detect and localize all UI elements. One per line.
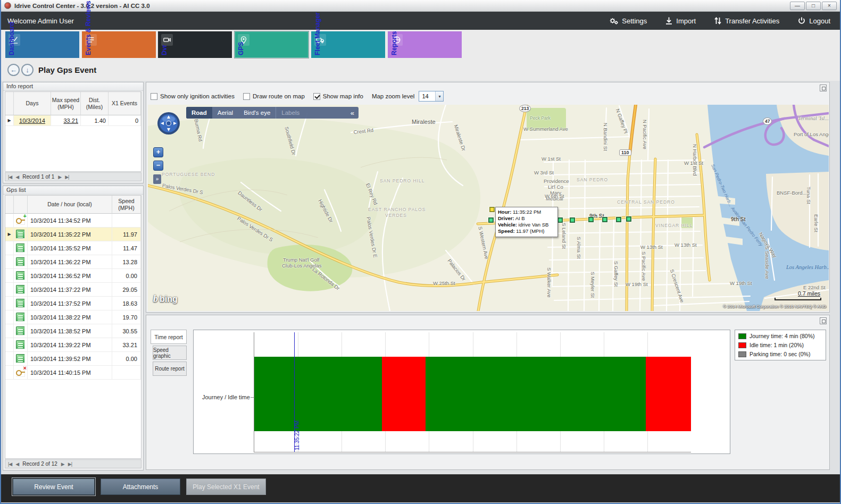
next-record-button[interactable]: ▶ — [58, 174, 61, 180]
map-style-road[interactable]: Road — [186, 107, 212, 119]
prev-record-button[interactable]: ◀ — [15, 174, 19, 180]
column-header-dist[interactable]: Dist. (Miles) — [81, 92, 109, 115]
tab-fleet-manager[interactable]: Fleet Manager — [311, 31, 385, 58]
max-speed-value[interactable]: 33.21 — [51, 115, 81, 126]
map-label: Port of Los Angel... — [794, 131, 829, 137]
days-link[interactable]: 10/3/2014 — [14, 115, 51, 126]
logout-button[interactable]: Logout — [797, 16, 830, 25]
download-button[interactable]: ↓ — [21, 64, 34, 76]
prev-record-button[interactable]: ◀ — [15, 461, 19, 467]
panel-collapse-button[interactable] — [820, 85, 827, 91]
gps-marker[interactable] — [557, 217, 563, 223]
tab-speed-graphic[interactable]: Speed graphic — [153, 346, 187, 360]
panel-collapse-button[interactable] — [820, 317, 827, 324]
close-button[interactable]: × — [822, 2, 837, 10]
map-pan-compass[interactable] — [156, 111, 181, 138]
play-selected-x1-event-button[interactable]: Play Selected X1 Event — [186, 478, 266, 495]
gps-marker[interactable] — [626, 216, 631, 222]
tab-time-report[interactable]: Time report — [151, 330, 187, 344]
gps-list-row[interactable]: 10/3/2014 11:36:22 PM13.28 — [5, 255, 141, 269]
gps-marker[interactable] — [588, 217, 594, 222]
zoom-in-button[interactable]: + — [153, 147, 163, 157]
minimize-button[interactable]: — — [790, 2, 805, 10]
bing-map[interactable]: MiralestePeck ParkW Summerland AveCrest … — [148, 105, 829, 311]
footer-bar: Review Event Attachments Play Selected X… — [1, 474, 840, 502]
selected-gps-marker[interactable] — [489, 207, 495, 212]
tab-label: Reports — [390, 31, 398, 55]
gps-marker[interactable] — [570, 217, 575, 223]
map-style-birdseye[interactable]: Bird's eye — [238, 107, 276, 119]
map-canvas[interactable] — [148, 105, 829, 311]
info-report-row[interactable]: ▶ 10/3/2014 33.21 1.40 0 — [5, 115, 141, 126]
back-button[interactable]: ← — [7, 64, 20, 76]
show-ignition-checkbox[interactable]: Show only ignition activities — [151, 93, 235, 100]
tab-gps[interactable]: GPS — [235, 31, 309, 58]
column-header-date[interactable]: Date / hour (local) — [28, 196, 112, 214]
gps-list-row[interactable]: 10/3/2014 11:39:22 PM33.21 — [5, 338, 141, 352]
gps-list-row[interactable]: 10/3/2014 11:39:52 PM0.00 — [5, 352, 141, 366]
journey-bar — [254, 357, 691, 431]
map-label: W 6th St — [545, 193, 564, 199]
tab-reports[interactable]: Reports — [388, 31, 462, 58]
tab-events-reviews[interactable]: Events & Reviews — [82, 31, 156, 58]
show-map-info-checkbox[interactable]: Show map info — [313, 93, 363, 100]
next-record-button[interactable]: ▶ — [61, 461, 64, 467]
last-record-button[interactable]: ▶| — [68, 461, 72, 467]
expand-controls-button[interactable]: » — [153, 174, 161, 184]
map-style-aerial[interactable]: Aerial — [212, 107, 238, 119]
maximize-button[interactable]: □ — [806, 2, 821, 10]
tab-route-report[interactable]: Route report — [153, 362, 187, 376]
map-zoom-select[interactable]: 14 — [419, 91, 444, 102]
gps-date: 10/3/2014 11:37:52 PM — [28, 297, 112, 310]
gps-list-row[interactable]: 10/3/2014 11:38:52 PM30.55 — [5, 324, 141, 338]
tab-dvr[interactable]: Dvr — [158, 31, 232, 58]
import-icon — [665, 16, 673, 25]
gps-list-row[interactable]: ×10/3/2014 11:40:15 PM — [5, 366, 141, 380]
gps-marker[interactable] — [602, 217, 607, 222]
transfer-activities-button[interactable]: Transfer Activities — [714, 16, 779, 25]
first-record-button[interactable]: |◀ — [8, 461, 12, 467]
tab-dashboard[interactable]: Dashboard — [5, 31, 79, 58]
settings-button[interactable]: Settings — [609, 16, 647, 25]
first-record-button[interactable]: |◀ — [8, 174, 12, 180]
record-counter: Record 2 of 12 — [22, 461, 57, 467]
gps-list-row[interactable]: 10/3/2014 11:38:22 PM19.70 — [5, 310, 141, 324]
gps-list-row[interactable]: 10/3/2014 11:36:52 PM0.00 — [5, 269, 141, 283]
column-header-speed[interactable]: Speed (MPH) — [112, 196, 141, 214]
gps-speed: 18.63 — [112, 297, 141, 310]
map-label: W 13th St — [675, 242, 697, 248]
attachments-button[interactable]: Attachments — [101, 478, 180, 495]
map-style-bar: Road Aerial Bird's eye Labels « — [186, 107, 359, 119]
map-style-labels[interactable]: Labels — [276, 107, 305, 119]
last-record-button[interactable]: ▶| — [65, 174, 69, 180]
gps-date: 10/3/2014 11:35:22 PM — [28, 228, 112, 241]
gps-list-body: +10/3/2014 11:34:52 PM▶10/3/2014 11:35:2… — [5, 214, 141, 380]
draw-route-checkbox[interactable]: Draw route on map — [243, 93, 305, 100]
collapse-map-bar-button[interactable]: « — [346, 107, 359, 119]
tab-label: GPS — [237, 42, 245, 55]
gps-marker[interactable] — [616, 217, 621, 222]
column-header-max-speed[interactable]: Max speed (MPH) — [51, 92, 81, 115]
gps-list-row[interactable]: 10/3/2014 11:37:52 PM18.63 — [5, 297, 141, 310]
gps-list-header: Date / hour (local) Speed (MPH) — [5, 196, 141, 214]
map-zoom-value: 14 — [419, 91, 435, 101]
row-indicator-icon — [5, 255, 14, 269]
map-label: San Pedro Hill — [380, 178, 424, 183]
column-header-days[interactable]: Days — [14, 92, 51, 115]
gps-list-row[interactable]: +10/3/2014 11:34:52 PM — [5, 214, 141, 228]
gps-icon — [16, 257, 25, 266]
legend-item: Idle time: 1 min (20%) — [738, 342, 822, 348]
map-label: Los Angeles Harb... — [786, 264, 829, 270]
gps-list-row[interactable]: 10/3/2014 11:37:22 PM29.05 — [5, 283, 141, 297]
map-label: BNSF-Bord... — [777, 190, 807, 196]
gps-list-row[interactable]: ▶10/3/2014 11:35:22 PM11.97 — [5, 228, 141, 241]
column-header-x1-events[interactable]: X1 Events — [109, 92, 141, 115]
review-event-button[interactable]: Review Event — [13, 478, 95, 495]
gps-marker[interactable] — [488, 217, 494, 223]
tooltip-line: Hour: 11:35:22 PM — [498, 209, 555, 215]
gps-list-row[interactable]: 10/3/2014 11:35:52 PM11.47 — [5, 241, 141, 255]
import-button[interactable]: Import — [665, 16, 696, 25]
map-label: S Pacific Ave — [641, 251, 647, 281]
zoom-out-button[interactable]: − — [153, 161, 163, 171]
checkbox-label: Draw route on map — [253, 93, 305, 99]
